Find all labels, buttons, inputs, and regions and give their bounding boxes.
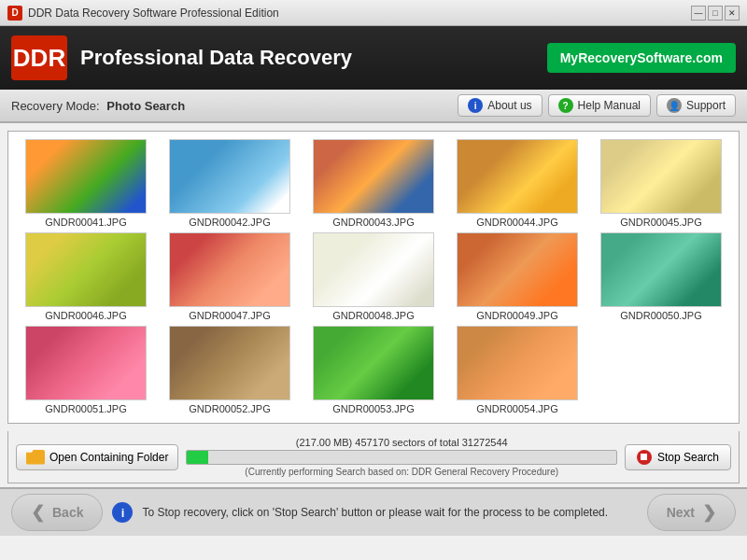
list-item[interactable]: GNDR00053.JPG <box>303 326 444 415</box>
stop-icon <box>637 450 652 465</box>
recovery-mode-prefix: Recovery Mode: <box>11 99 100 113</box>
photo-filename: GNDR00054.JPG <box>476 403 557 414</box>
app-icon: D <box>7 6 22 21</box>
photo-filename: GNDR00049.JPG <box>476 310 557 321</box>
support-icon: 👤 <box>667 98 682 113</box>
open-folder-label: Open Containing Folder <box>49 451 168 464</box>
progress-info: (217.00 MB) 457170 sectors of total 3127… <box>296 437 508 448</box>
list-item[interactable]: GNDR00052.JPG <box>160 326 300 415</box>
progress-bar-fill <box>187 451 208 464</box>
about-label: About us <box>487 99 531 112</box>
photo-filename: GNDR00053.JPG <box>332 403 414 414</box>
back-button[interactable]: ❮ Back <box>11 494 103 531</box>
progress-note: (Currently performing Search based on: D… <box>245 467 558 477</box>
help-icon: ? <box>558 98 573 113</box>
list-item[interactable]: GNDR00050.JPG <box>591 232 731 322</box>
progress-area: (217.00 MB) 457170 sectors of total 3127… <box>186 437 617 477</box>
maximize-button[interactable]: □ <box>708 6 723 21</box>
photo-gallery: GNDR00041.JPGGNDR00042.JPGGNDR00043.JPGG… <box>7 131 740 424</box>
support-label: Support <box>686 99 726 112</box>
close-button[interactable]: ✕ <box>725 6 740 21</box>
list-item[interactable]: GNDR00044.JPG <box>447 139 587 229</box>
list-item[interactable]: GNDR00049.JPG <box>447 232 587 322</box>
stop-search-button[interactable]: Stop Search <box>625 444 731 470</box>
footer-info-icon: i <box>112 502 133 523</box>
folder-icon <box>26 450 45 465</box>
app-title: Professional Data Recovery <box>80 46 547 70</box>
stop-search-label: Stop Search <box>657 451 719 464</box>
open-folder-button[interactable]: Open Containing Folder <box>16 444 178 470</box>
window-title: DDR Data Recovery Software Professional … <box>28 7 691 20</box>
minimize-button[interactable]: — <box>691 6 706 21</box>
photo-filename: GNDR00047.JPG <box>189 310 270 321</box>
next-arrow-icon: ❯ <box>702 502 716 523</box>
toolbar: Recovery Mode: Photo Search i About us ?… <box>0 90 747 123</box>
window-controls: — □ ✕ <box>691 6 740 21</box>
bottom-bar: Open Containing Folder (217.00 MB) 45717… <box>7 431 740 483</box>
list-item[interactable]: GNDR00047.JPG <box>160 232 300 322</box>
list-item[interactable]: GNDR00041.JPG <box>16 139 156 229</box>
photo-filename: GNDR00043.JPG <box>332 217 414 228</box>
list-item[interactable]: GNDR00046.JPG <box>16 232 156 322</box>
app-header: DDR Professional Data Recovery MyRecover… <box>0 26 747 90</box>
photo-filename: GNDR00041.JPG <box>45 217 126 228</box>
photo-filename: GNDR00045.JPG <box>620 217 701 228</box>
list-item[interactable]: GNDR00045.JPG <box>591 139 731 229</box>
back-arrow-icon: ❮ <box>31 502 45 523</box>
photo-filename: GNDR00048.JPG <box>332 310 414 321</box>
photo-filename: GNDR00044.JPG <box>476 217 557 228</box>
website-badge[interactable]: MyRecoverySoftware.com <box>547 43 736 73</box>
about-button[interactable]: i About us <box>458 94 542 117</box>
progress-bar <box>186 450 617 465</box>
recovery-mode-label: Recovery Mode: Photo Search <box>11 99 452 113</box>
help-label: Help Manual <box>578 99 641 112</box>
next-button[interactable]: Next ❯ <box>647 494 736 531</box>
help-button[interactable]: ? Help Manual <box>548 94 651 117</box>
support-button[interactable]: 👤 Support <box>656 94 736 117</box>
back-label: Back <box>52 505 83 520</box>
title-bar: D DDR Data Recovery Software Professiona… <box>0 0 747 26</box>
photo-filename: GNDR00046.JPG <box>45 310 126 321</box>
footer-nav: ❮ Back i To Stop recovery, click on 'Sto… <box>0 487 747 536</box>
list-item[interactable]: GNDR00054.JPG <box>447 326 587 415</box>
list-item[interactable]: GNDR00048.JPG <box>303 232 444 322</box>
list-item[interactable]: GNDR00043.JPG <box>303 139 444 229</box>
about-icon: i <box>468 98 483 113</box>
list-item[interactable]: GNDR00042.JPG <box>160 139 300 229</box>
photo-filename: GNDR00050.JPG <box>620 310 701 321</box>
photo-filename: GNDR00042.JPG <box>189 217 270 228</box>
photo-filename: GNDR00051.JPG <box>45 403 126 414</box>
footer-info-text: To Stop recovery, click on 'Stop Search'… <box>142 506 637 519</box>
photo-filename: GNDR00052.JPG <box>189 403 270 414</box>
app-logo: DDR <box>11 35 67 80</box>
stop-square <box>641 454 647 460</box>
next-label: Next <box>667 505 695 520</box>
list-item[interactable]: GNDR00051.JPG <box>16 326 156 415</box>
photo-grid: GNDR00041.JPGGNDR00042.JPGGNDR00043.JPGG… <box>8 132 739 423</box>
recovery-mode-value: Photo Search <box>106 99 185 113</box>
